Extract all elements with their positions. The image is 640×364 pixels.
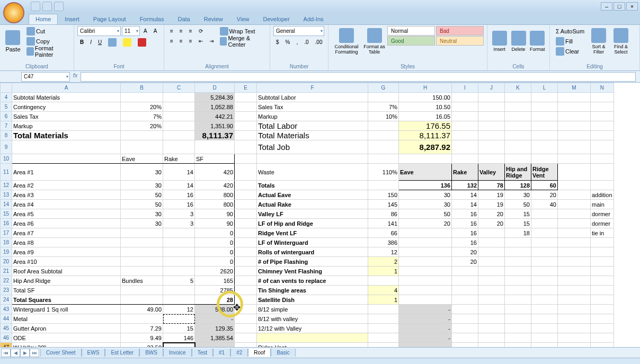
qat-redo-icon[interactable]: [54, 2, 64, 11]
cell[interactable]: 132: [452, 181, 478, 190]
row-header[interactable]: 6: [1, 112, 12, 121]
cell[interactable]: # of can vents to replace: [257, 276, 368, 286]
sort-filter-button[interactable]: Sort & Filter: [588, 26, 609, 57]
cell[interactable]: 2785: [195, 286, 235, 295]
cell[interactable]: W-Valley 20": [12, 343, 121, 348]
cell[interactable]: [591, 112, 614, 121]
cell[interactable]: [121, 267, 163, 276]
cell[interactable]: [163, 238, 195, 247]
cell[interactable]: [368, 324, 399, 333]
row-header[interactable]: 4: [1, 93, 12, 102]
cell[interactable]: 800: [195, 200, 235, 209]
inc-decimal-button[interactable]: .0: [301, 37, 311, 47]
fx-icon[interactable]: fx: [70, 72, 81, 82]
cell[interactable]: [163, 314, 195, 324]
cell[interactable]: [235, 286, 257, 295]
font-color-button[interactable]: [135, 37, 149, 47]
cell[interactable]: [478, 343, 505, 348]
cell[interactable]: [121, 257, 163, 267]
bold-button[interactable]: B: [77, 37, 86, 47]
format-painter-button[interactable]: Format Painter: [24, 46, 70, 56]
cell[interactable]: [235, 219, 257, 228]
cell[interactable]: [452, 343, 478, 348]
ribbon-tab-view[interactable]: View: [230, 14, 256, 24]
cell[interactable]: 146: [163, 333, 195, 343]
cell[interactable]: [531, 238, 558, 247]
ribbon-tab-developer[interactable]: Developer: [256, 14, 296, 24]
style-good[interactable]: Good: [387, 36, 435, 46]
cell[interactable]: [368, 305, 399, 314]
find-select-button[interactable]: Find & Select: [610, 26, 632, 57]
cell[interactable]: -: [399, 343, 452, 348]
cell[interactable]: [235, 131, 257, 140]
cell[interactable]: [235, 314, 257, 324]
cell[interactable]: [235, 190, 257, 200]
col-header[interactable]: H: [399, 83, 452, 93]
row-header[interactable]: 10: [1, 154, 12, 164]
cell[interactable]: [235, 164, 257, 181]
sheet-tab[interactable]: Est Letter: [105, 349, 139, 357]
cell[interactable]: [235, 295, 257, 305]
cell[interactable]: [478, 131, 505, 140]
cell[interactable]: [235, 112, 257, 121]
col-header[interactable]: I: [452, 83, 478, 93]
cell[interactable]: [591, 276, 614, 286]
col-header[interactable]: L: [531, 83, 558, 93]
cell[interactable]: [558, 112, 591, 121]
style-normal[interactable]: Normal: [387, 26, 435, 35]
cell[interactable]: [235, 102, 257, 112]
sheet-tab[interactable]: #1: [213, 349, 230, 357]
cell[interactable]: 50: [121, 200, 163, 209]
cell[interactable]: [531, 305, 558, 314]
cell[interactable]: [505, 276, 531, 286]
cell[interactable]: 20: [452, 247, 478, 257]
row-header[interactable]: 13: [1, 190, 12, 200]
dec-decimal-button[interactable]: .00: [313, 37, 325, 47]
cell[interactable]: Area #1: [12, 164, 121, 181]
cell[interactable]: [505, 247, 531, 257]
sheet-tab[interactable]: Basic: [271, 349, 295, 357]
cell[interactable]: 30: [121, 164, 163, 181]
cell[interactable]: 8/12 with valley: [257, 314, 368, 324]
cell[interactable]: [531, 286, 558, 295]
row-header[interactable]: 20: [1, 257, 12, 267]
row-header[interactable]: 24: [1, 295, 12, 305]
cell[interactable]: [121, 93, 163, 102]
row-header[interactable]: 8: [1, 131, 12, 140]
cell[interactable]: Hip and Ridge: [505, 164, 531, 181]
row-header[interactable]: 16: [1, 219, 12, 228]
cut-button[interactable]: Cut: [24, 26, 70, 36]
cell[interactable]: Hip And Ridge: [12, 276, 121, 286]
cell[interactable]: [163, 286, 195, 295]
cell[interactable]: 3: [163, 219, 195, 228]
cell[interactable]: [399, 276, 452, 286]
name-box[interactable]: C47: [21, 72, 70, 82]
cell[interactable]: Ridge Vent LF: [257, 228, 368, 238]
cell[interactable]: [478, 112, 505, 121]
row-header[interactable]: 7: [1, 121, 12, 131]
cell[interactable]: [452, 102, 478, 112]
cell[interactable]: tie in: [591, 228, 614, 238]
cell[interactable]: [163, 295, 195, 305]
cell[interactable]: 50: [505, 200, 531, 209]
cell[interactable]: 7%: [368, 102, 399, 112]
cell[interactable]: 14: [163, 164, 195, 181]
cell[interactable]: [531, 343, 558, 348]
cell[interactable]: [591, 314, 614, 324]
cell[interactable]: 136: [399, 181, 452, 190]
cell[interactable]: Waste: [257, 164, 368, 181]
cell[interactable]: [121, 286, 163, 295]
cell[interactable]: [558, 190, 591, 200]
cell[interactable]: 20: [399, 219, 452, 228]
cell[interactable]: [163, 131, 195, 140]
cell[interactable]: -: [399, 314, 452, 324]
cell[interactable]: 110%: [368, 164, 399, 181]
cell[interactable]: dormer: [591, 219, 614, 228]
align-bot-button[interactable]: ≡: [186, 26, 195, 36]
cell[interactable]: [558, 333, 591, 343]
col-header[interactable]: K: [505, 83, 531, 93]
cell[interactable]: Eave: [121, 154, 163, 164]
col-header[interactable]: E: [235, 83, 257, 93]
cell[interactable]: 40: [531, 200, 558, 209]
col-header[interactable]: A: [12, 83, 121, 93]
